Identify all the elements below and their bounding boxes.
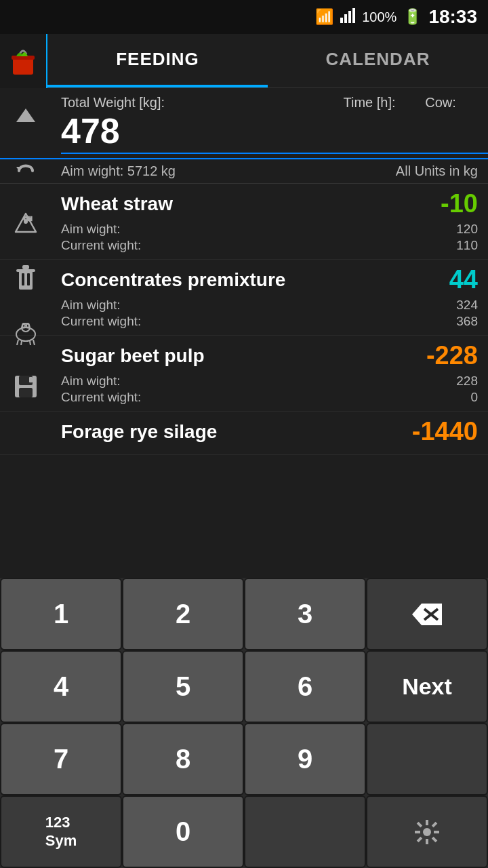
feed-aim-label-0: Aim wight: xyxy=(61,222,121,237)
key-1[interactable]: 1 xyxy=(0,578,122,650)
svg-line-38 xyxy=(418,837,422,842)
svg-point-22 xyxy=(26,323,29,328)
feed-current-label-1: Current wight: xyxy=(61,314,141,329)
svg-rect-3 xyxy=(352,8,355,23)
svg-line-18 xyxy=(33,340,35,345)
feed-current-val-1: 368 xyxy=(456,314,478,329)
svg-marker-27 xyxy=(412,604,442,625)
svg-rect-10 xyxy=(19,271,33,290)
svg-point-30 xyxy=(423,828,431,836)
save-button[interactable] xyxy=(0,359,51,414)
battery-status: 100% xyxy=(362,9,396,25)
delete-button[interactable] xyxy=(0,251,51,305)
aim-weight-text: Aim wight: 5712 kg xyxy=(61,163,176,179)
feed-current-label-0: Current wight: xyxy=(61,238,141,253)
key-0[interactable]: 0 xyxy=(122,795,244,868)
feed-aim-label-1: Aim wight: xyxy=(61,298,121,313)
cow-label: Cow: xyxy=(403,95,478,111)
undo-button[interactable] xyxy=(0,142,51,197)
weight-label: Total Weight [kg]: xyxy=(61,95,336,111)
key-9[interactable]: 9 xyxy=(244,723,366,795)
key-empty-1 xyxy=(366,723,488,795)
key-4[interactable]: 4 xyxy=(0,650,122,723)
svg-rect-11 xyxy=(16,269,35,272)
key-2[interactable]: 2 xyxy=(122,578,244,650)
weight-input[interactable] xyxy=(61,111,488,154)
svg-rect-0 xyxy=(340,18,343,23)
feed-current-label-2: Current wight: xyxy=(61,390,141,405)
feed-aim-row-0: Aim wight:120 xyxy=(61,221,478,237)
keyboard-row-4: 123Sym 0 xyxy=(0,795,488,868)
svg-rect-12 xyxy=(22,265,29,269)
feed-current-row-2: Current wight:0 xyxy=(61,389,478,406)
keyboard: 1 2 3 4 5 6 Next 7 8 9 123Sym 0 xyxy=(0,578,488,868)
app-header: FEEDING CALENDAR xyxy=(0,34,488,88)
svg-line-35 xyxy=(418,823,422,827)
sidebar: OH xyxy=(0,88,51,661)
tab-feeding[interactable]: FEEDING xyxy=(47,34,268,87)
key-6[interactable]: 6 xyxy=(244,650,366,723)
units-text: All Units in kg xyxy=(396,163,478,179)
feed-current-row-1: Current wight:368 xyxy=(61,313,478,330)
tab-calendar[interactable]: CALENDAR xyxy=(268,34,488,87)
input-row: 36 80 xyxy=(0,111,488,159)
key-backspace[interactable] xyxy=(366,578,488,650)
status-bar: 📶 100% 🔋 18:33 xyxy=(0,0,488,34)
key-8[interactable]: 8 xyxy=(122,723,244,795)
status-time: 18:33 xyxy=(428,6,477,28)
keyboard-row-3: 7 8 9 xyxy=(0,723,488,795)
column-headers: Total Weight [kg]: Time [h]: Cow: xyxy=(0,88,488,111)
tab-container: FEEDING CALENDAR xyxy=(47,34,488,87)
wifi-icon: 📶 xyxy=(315,8,333,26)
signal-icon xyxy=(340,8,355,26)
key-settings[interactable] xyxy=(366,795,488,868)
collapse-button[interactable] xyxy=(0,88,51,142)
feed-diff-3: -1440 xyxy=(412,417,478,446)
feed-aim-val-2: 228 xyxy=(456,374,478,389)
svg-point-21 xyxy=(22,323,25,328)
key-next[interactable]: Next xyxy=(366,650,488,723)
feed-current-row-0: Current wight:110 xyxy=(61,237,478,254)
svg-line-17 xyxy=(17,340,18,345)
feed-name-2: Sugar beet pulp xyxy=(61,345,205,367)
svg-rect-14 xyxy=(27,273,30,285)
key-sym[interactable]: 123Sym xyxy=(0,795,122,868)
feed-aim-val-1: 324 xyxy=(456,298,478,313)
key-7[interactable]: 7 xyxy=(0,723,122,795)
svg-line-37 xyxy=(432,823,436,827)
svg-line-36 xyxy=(432,837,436,842)
feed-diff-1: 44 xyxy=(449,265,478,294)
key-5[interactable]: 5 xyxy=(122,650,244,723)
svg-point-15 xyxy=(16,328,35,341)
svg-rect-26 xyxy=(29,377,33,382)
chemistry-button[interactable]: OH xyxy=(0,197,51,251)
feed-current-val-2: 0 xyxy=(470,390,478,405)
feed-diff-2: -228 xyxy=(426,341,478,370)
app-logo[interactable] xyxy=(0,34,47,88)
key-3[interactable]: 3 xyxy=(244,578,366,650)
keyboard-row-2: 4 5 6 Next xyxy=(0,650,488,723)
cow-button[interactable] xyxy=(0,305,51,359)
feed-aim-row-1: Aim wight:324 xyxy=(61,297,478,313)
feed-aim-val-0: 120 xyxy=(456,222,478,237)
feed-item-1: Concentrates premixture44Aim wight:324Cu… xyxy=(0,260,488,336)
feed-name-3: Forage rye silage xyxy=(61,421,217,443)
feed-list: Wheat straw-10Aim wight:120Current wight… xyxy=(0,184,488,455)
battery-icon: 🔋 xyxy=(403,8,422,26)
feed-name-1: Concentrates premixture xyxy=(61,269,285,291)
feed-diff-0: -10 xyxy=(441,189,478,218)
key-empty-2 xyxy=(244,795,366,868)
svg-line-19 xyxy=(21,341,22,345)
feed-item-3: Forage rye silage-1440 xyxy=(0,412,488,455)
svg-rect-25 xyxy=(19,388,33,397)
svg-marker-6 xyxy=(16,108,35,122)
feed-aim-label-2: Aim wight: xyxy=(61,374,121,389)
feed-item-2: Sugar beet pulp-228Aim wight:228Current … xyxy=(0,336,488,412)
main-content: OH xyxy=(0,88,488,661)
svg-text:OH: OH xyxy=(24,216,32,222)
svg-rect-4 xyxy=(13,58,33,75)
keyboard-row-1: 1 2 3 xyxy=(0,578,488,650)
feed-item-0: Wheat straw-10Aim wight:120Current wight… xyxy=(0,184,488,260)
svg-rect-1 xyxy=(344,14,347,23)
feed-name-0: Wheat straw xyxy=(61,193,173,215)
